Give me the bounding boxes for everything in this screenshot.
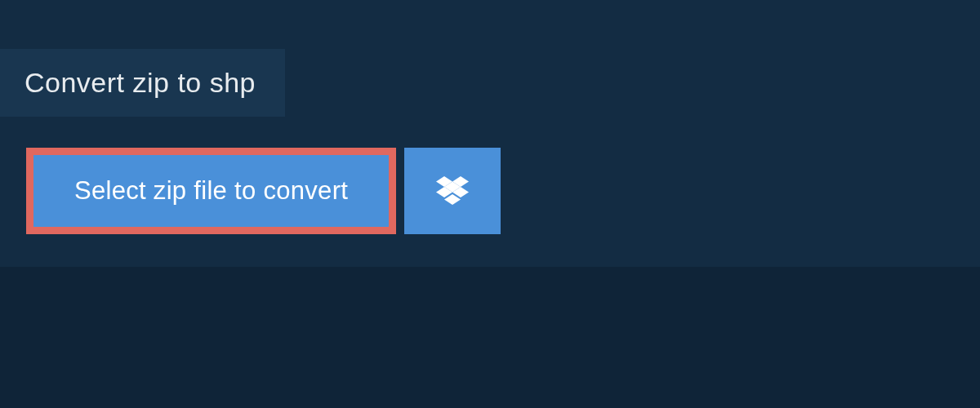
page-title: Convert zip to shp	[24, 67, 256, 99]
dropbox-icon	[436, 176, 469, 206]
converter-panel: Convert zip to shp Select zip file to co…	[0, 0, 980, 267]
dropbox-button[interactable]	[404, 148, 501, 234]
select-file-button[interactable]: Select zip file to convert	[26, 148, 396, 234]
action-row: Select zip file to convert	[26, 148, 980, 234]
tab-header: Convert zip to shp	[0, 49, 285, 117]
select-file-label: Select zip file to convert	[74, 176, 348, 206]
